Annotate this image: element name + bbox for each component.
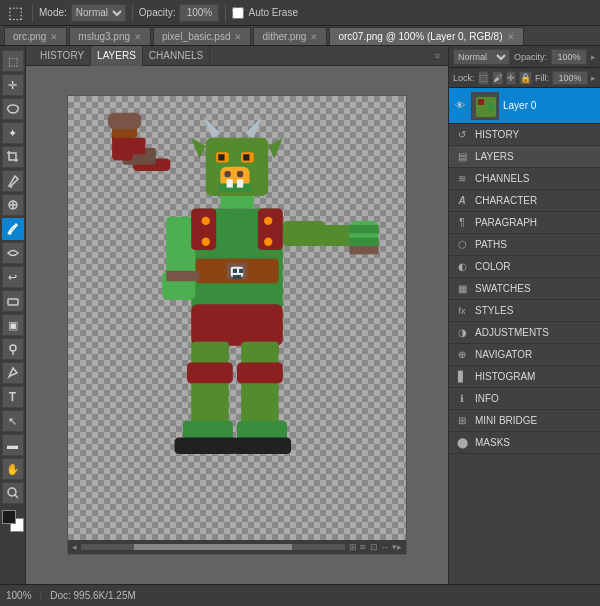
tool-dodge[interactable] bbox=[2, 338, 24, 360]
panel-item-info[interactable]: ℹ INFO bbox=[449, 388, 600, 410]
tool-gradient[interactable]: ▣ bbox=[2, 314, 24, 336]
panel-item-channels[interactable]: ≋ CHANNELS bbox=[449, 168, 600, 190]
svg-rect-21 bbox=[218, 183, 251, 191]
tool-marquee[interactable]: ⬚ bbox=[2, 50, 24, 72]
inner-tab-history[interactable]: HISTORY bbox=[34, 46, 91, 66]
lock-label: Lock: bbox=[453, 73, 475, 83]
tool-eyedropper[interactable] bbox=[2, 170, 24, 192]
tab-close-mslug3[interactable]: ✕ bbox=[134, 32, 142, 42]
panel-item-color[interactable]: ◐ COLOR bbox=[449, 256, 600, 278]
tab-close-orc07[interactable]: ✕ bbox=[507, 32, 515, 42]
tool-magic-wand[interactable]: ✦ bbox=[2, 122, 24, 144]
canvas-viewport[interactable]: ◂ ⊞ ≋ ⊡ ↔ ▾ ▸ bbox=[26, 66, 448, 584]
svg-rect-51 bbox=[237, 362, 283, 383]
opacity-input[interactable]: 100% bbox=[179, 4, 219, 22]
mode-select[interactable]: Normal bbox=[71, 4, 126, 22]
hscrollbar-thumb[interactable] bbox=[134, 544, 292, 550]
svg-rect-34 bbox=[283, 221, 325, 246]
panel-item-masks[interactable]: ⬤ MASKS bbox=[449, 432, 600, 454]
panel-item-paragraph[interactable]: ¶ PARAGRAPH bbox=[449, 212, 600, 234]
tab-close-dither[interactable]: ✕ bbox=[310, 32, 318, 42]
foreground-color-swatch[interactable] bbox=[2, 510, 16, 524]
panel-item-label-swatches: SWATCHES bbox=[475, 283, 531, 294]
scroll-icons[interactable]: ⊞ ≋ ⊡ ↔ ▾ bbox=[349, 542, 397, 552]
tool-path-selection[interactable]: ↖ bbox=[2, 410, 24, 432]
panel-item-label-color: COLOR bbox=[475, 261, 511, 272]
auto-erase-checkbox[interactable] bbox=[232, 7, 244, 19]
layers-panel-menu[interactable]: ▸ bbox=[591, 52, 596, 62]
panel-item-adjustments[interactable]: ◑ ADJUSTMENTS bbox=[449, 322, 600, 344]
panel-item-history[interactable]: ↺ HISTORY bbox=[449, 124, 600, 146]
fill-arrow[interactable]: ▸ bbox=[591, 73, 596, 83]
tool-move[interactable]: ✛ bbox=[2, 74, 24, 96]
svg-point-56 bbox=[202, 238, 210, 246]
canvas-area: HISTORY LAYERS CHANNELS ≡ bbox=[26, 46, 448, 584]
layer-visibility-0[interactable]: 👁 bbox=[453, 99, 467, 113]
panel-item-mini-bridge[interactable]: ⊞ MINI BRIDGE bbox=[449, 410, 600, 432]
layer-item-0[interactable]: 👁 Layer 0 bbox=[449, 88, 600, 124]
tool-clone-stamp[interactable] bbox=[2, 242, 24, 264]
panel-item-swatches[interactable]: ▦ SWATCHES bbox=[449, 278, 600, 300]
toolbox: ⬚ ✛ ✦ ↩ ▣ T ↖ ▬ bbox=[0, 46, 26, 584]
tool-shape[interactable]: ▬ bbox=[2, 434, 24, 456]
mini-bridge-icon: ⊞ bbox=[455, 414, 469, 428]
layers-opacity-input[interactable] bbox=[551, 49, 587, 65]
toolbar-options-btn[interactable]: ⬚ bbox=[4, 2, 26, 24]
scroll-right-btn[interactable]: ▸ bbox=[397, 542, 402, 552]
tool-brush[interactable] bbox=[2, 218, 24, 240]
canvas-hscrollbar[interactable]: ◂ ⊞ ≋ ⊡ ↔ ▾ ▸ bbox=[68, 540, 406, 554]
histogram-icon: ▋ bbox=[455, 370, 469, 384]
tab-close-pixel-basic[interactable]: ✕ bbox=[234, 32, 242, 42]
tab-orc[interactable]: orc.png ✕ bbox=[4, 27, 67, 45]
panel-item-navigator[interactable]: ⊕ NAVIGATOR bbox=[449, 344, 600, 366]
tool-zoom[interactable] bbox=[2, 482, 24, 504]
svg-rect-22 bbox=[227, 179, 233, 187]
inner-tab-layers[interactable]: LAYERS bbox=[91, 46, 143, 66]
tab-orc07[interactable]: orc07.png @ 100% (Layer 0, RGB/8) ✕ bbox=[329, 27, 523, 45]
status-bar: 100% | Doc: 995.6K/1.25M bbox=[0, 584, 600, 606]
panel-menu-btn[interactable]: ≡ bbox=[435, 51, 440, 61]
swatches-icon: ▦ bbox=[455, 282, 469, 296]
svg-point-55 bbox=[264, 217, 272, 225]
lock-transparency[interactable]: ⬚ bbox=[478, 71, 489, 85]
scroll-left-btn[interactable]: ◂ bbox=[72, 542, 77, 552]
panel-item-histogram[interactable]: ▋ HISTOGRAM bbox=[449, 366, 600, 388]
panel-item-character[interactable]: A CHARACTER bbox=[449, 190, 600, 212]
svg-marker-24 bbox=[191, 138, 206, 159]
tab-mslug3[interactable]: mslug3.png ✕ bbox=[69, 27, 151, 45]
svg-rect-59 bbox=[349, 246, 378, 254]
svg-rect-26 bbox=[220, 196, 253, 208]
panel-item-styles[interactable]: fx STYLES bbox=[449, 300, 600, 322]
panel-item-label-adjustments: ADJUSTMENTS bbox=[475, 327, 549, 338]
hscrollbar-track[interactable] bbox=[81, 544, 345, 550]
tool-crop[interactable] bbox=[2, 146, 24, 168]
blend-mode-select[interactable]: Normal bbox=[453, 49, 510, 65]
layers-icon: ▤ bbox=[455, 150, 469, 164]
tab-close-orc[interactable]: ✕ bbox=[50, 32, 58, 42]
tool-lasso[interactable] bbox=[2, 98, 24, 120]
lock-position[interactable]: ✛ bbox=[506, 71, 516, 85]
zoom-level: 100% bbox=[6, 590, 32, 601]
lock-image[interactable]: 🖌 bbox=[492, 71, 503, 85]
tab-dither[interactable]: dither.png ✕ bbox=[253, 27, 327, 45]
panel-item-paths[interactable]: ⬡ PATHS bbox=[449, 234, 600, 256]
svg-rect-31 bbox=[233, 269, 237, 273]
svg-rect-63 bbox=[488, 103, 494, 111]
svg-point-54 bbox=[202, 217, 210, 225]
channels-icon: ≋ bbox=[455, 172, 469, 186]
tool-history-brush[interactable]: ↩ bbox=[2, 266, 24, 288]
tab-pixel-basic[interactable]: pixel_basic.psd ✕ bbox=[153, 27, 251, 45]
tool-healing[interactable] bbox=[2, 194, 24, 216]
lock-all[interactable]: 🔒 bbox=[519, 71, 532, 85]
fill-input[interactable] bbox=[552, 71, 588, 85]
panel-item-layers[interactable]: ▤ LAYERS bbox=[449, 146, 600, 168]
tool-eraser[interactable] bbox=[2, 290, 24, 312]
tool-pen[interactable] bbox=[2, 362, 24, 384]
inner-tab-channels[interactable]: CHANNELS bbox=[143, 46, 210, 66]
svg-marker-25 bbox=[268, 138, 283, 159]
tool-hand[interactable]: ✋ bbox=[2, 458, 24, 480]
svg-rect-39 bbox=[166, 217, 195, 279]
tool-text[interactable]: T bbox=[2, 386, 24, 408]
svg-rect-53 bbox=[233, 437, 291, 454]
lock-row: Lock: ⬚ 🖌 ✛ 🔒 Fill: ▸ bbox=[449, 68, 600, 88]
